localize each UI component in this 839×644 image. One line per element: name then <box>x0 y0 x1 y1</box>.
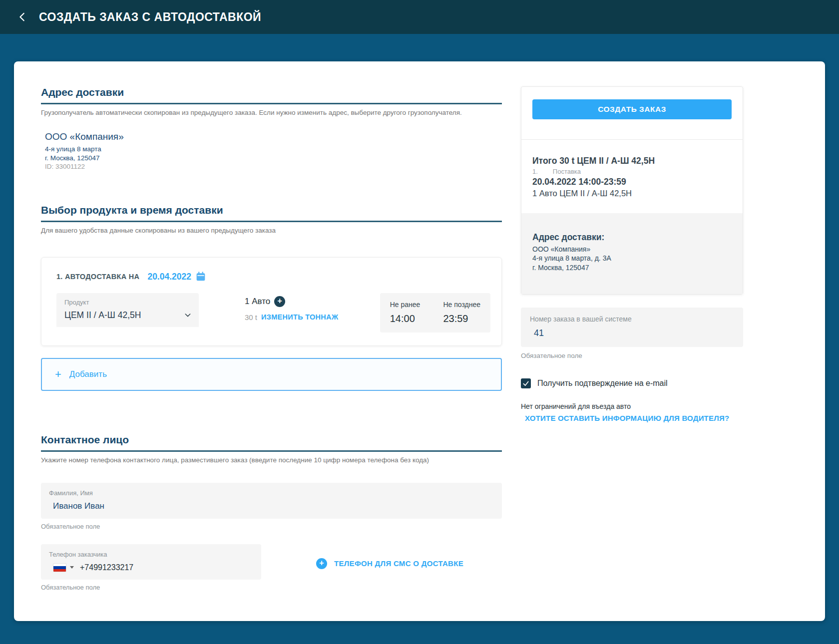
delivery-address-heading: Адрес доставки <box>41 86 502 104</box>
time-not-earlier-label: Не ранее <box>390 301 420 309</box>
product-select-value: ЦЕМ II / А-Ш 42,5Н <box>64 310 141 321</box>
ru-flag-icon[interactable] <box>53 563 66 572</box>
summary-column: СОЗДАТЬ ЗАКАЗ Итого 30 t ЦЕМ II / А-Ш 42… <box>521 86 743 591</box>
page-content: Адрес доставки Грузополучатель автоматич… <box>0 34 839 644</box>
summary-totals: Итого 30 t ЦЕМ II / А-Ш 42,5Н 1. Поставк… <box>532 140 732 198</box>
email-confirm-label: Получить подтверждение на e-mail <box>537 379 668 388</box>
add-delivery-button[interactable]: + Добавить <box>41 358 502 391</box>
chevron-left-icon <box>17 11 28 22</box>
plus-circle-blue-icon: + <box>316 558 327 569</box>
add-delivery-label: Добавить <box>69 369 107 379</box>
summary-card: СОЗДАТЬ ЗАКАЗ Итого 30 t ЦЕМ II / А-Ш 42… <box>521 86 743 295</box>
customer-phone-field[interactable]: Телефон заказчика +74991233217 <box>41 544 261 580</box>
create-order-button[interactable]: СОЗДАТЬ ЗАКАЗ <box>532 99 732 119</box>
plus-circle-dark-icon[interactable]: + <box>274 296 285 307</box>
summary-address-company: ООО «Компания» <box>532 245 732 254</box>
summary-address-heading: Адрес доставки: <box>532 232 732 243</box>
truck-block: 1 Авто + 30 t ИЗМЕНИТЬ ТОННАЖ <box>245 296 338 322</box>
contact-helper: Укажите номер телефона контактного лица,… <box>41 456 502 464</box>
summary-item-type: Поставка <box>553 168 581 175</box>
time-not-later-value: 23:59 <box>443 313 480 324</box>
chevron-down-icon <box>184 311 192 319</box>
delivery-date-button[interactable]: 20.04.2022 <box>147 272 206 282</box>
delivery-address-helper: Грузополучатель автоматически скопирован… <box>41 109 502 116</box>
consignee-name: ООО «Компания» <box>45 131 502 142</box>
delivery-date-value: 20.04.2022 <box>147 272 191 282</box>
delivery-item-label: 1. АВТОДОСТАВКА НА <box>56 273 139 281</box>
order-number-required-note: Обязательное поле <box>521 352 743 359</box>
customer-phone-label: Телефон заказчика <box>49 551 253 558</box>
product-time-heading: Выбор продукта и время доставки <box>41 204 502 222</box>
order-number-field[interactable]: Номер заказа в вашей системе 41 <box>521 308 743 347</box>
contact-name-label: Фамилия, Имя <box>49 489 494 497</box>
order-form-card: Адрес доставки Грузополучатель автоматич… <box>14 61 825 621</box>
tonnage-value: 30 t <box>245 313 257 322</box>
sms-phone-label: ТЕЛЕФОН ДЛЯ СМС О ДОСТАВКЕ <box>334 559 463 568</box>
summary-total-line: Итого 30 t ЦЕМ II / А-Ш 42,5Н <box>532 156 732 166</box>
plus-icon: + <box>55 369 61 380</box>
summary-truck-line: 1 Авто ЦЕМ II / А-Ш 42,5Н <box>532 189 732 198</box>
driver-info-link[interactable]: ХОТИТЕ ОСТАВИТЬ ИНФОРМАЦИЮ ДЛЯ ВОДИТЕЛЯ? <box>525 414 729 422</box>
product-select[interactable]: Продукт ЦЕМ II / А-Ш 42,5Н <box>56 293 199 327</box>
delivery-address-section: Адрес доставки Грузополучатель автоматич… <box>41 86 502 171</box>
order-number-value: 41 <box>530 328 734 338</box>
customer-phone-value: +74991233217 <box>80 563 133 572</box>
consignee-block: ООО «Компания» 4-я улица 8 марта г. Моск… <box>41 131 502 171</box>
order-number-label: Номер заказа в вашей системе <box>530 315 734 323</box>
consignee-id: ID: 33001122 <box>45 162 502 171</box>
contact-section: Контактное лицо Укажите номер телефона к… <box>41 434 502 591</box>
back-button[interactable] <box>14 8 31 25</box>
calendar-icon <box>196 272 206 282</box>
summary-item-number: 1. <box>532 168 538 175</box>
email-confirm-row[interactable]: Получить подтверждение на e-mail <box>521 378 743 388</box>
product-time-helper: Для вашего удобства данные скопированы и… <box>41 227 502 234</box>
form-column: Адрес доставки Грузополучатель автоматич… <box>41 86 502 591</box>
summary-address-block: Адрес доставки: ООО «Компания» 4-я улица… <box>521 213 743 294</box>
contact-heading: Контактное лицо <box>41 434 502 452</box>
time-not-earlier-field[interactable]: Не ранее 14:00 <box>390 301 420 324</box>
consignee-city: г. Москва, 125047 <box>45 154 502 163</box>
delivery-item-body: Продукт ЦЕМ II / А-Ш 42,5Н <box>56 293 490 332</box>
time-not-later-field[interactable]: Не позднее 23:59 <box>443 301 480 324</box>
change-tonnage-link[interactable]: ИЗМЕНИТЬ ТОННАЖ <box>261 313 338 321</box>
name-required-note: Обязательное поле <box>41 523 502 530</box>
email-confirm-checkbox[interactable] <box>521 378 531 388</box>
time-window-panel: Не ранее 14:00 Не позднее 23:59 <box>380 293 490 332</box>
time-not-earlier-value: 14:00 <box>390 313 420 324</box>
sms-phone-button[interactable]: + ТЕЛЕФОН ДЛЯ СМС О ДОСТАВКЕ <box>316 558 463 569</box>
product-select-label: Продукт <box>64 299 192 306</box>
phone-field-wrap: Телефон заказчика +74991233217 Обязатель… <box>41 544 261 591</box>
delivery-item-card: 1. АВТОДОСТАВКА НА 20.04.2022 <box>41 257 502 346</box>
checkbox-checked-icon <box>522 380 529 387</box>
contact-name-field[interactable]: Фамилия, Имя Иванов Иван <box>41 483 502 519</box>
consignee-street: 4-я улица 8 марта <box>45 145 502 154</box>
summary-address-city: г. Москва, 125047 <box>532 263 732 272</box>
page-title: СОЗДАТЬ ЗАКАЗ С АВТОДОСТАВКОЙ <box>39 10 261 24</box>
summary-address-street: 4-я улица 8 марта, д. 3А <box>532 254 732 263</box>
flag-caret-icon <box>70 566 74 569</box>
top-bar: СОЗДАТЬ ЗАКАЗ С АВТОДОСТАВКОЙ <box>0 0 839 34</box>
phone-row: Телефон заказчика +74991233217 Обязатель… <box>41 544 502 591</box>
contact-name-value: Иванов Иван <box>49 501 494 511</box>
page: СОЗДАТЬ ЗАКАЗ С АВТОДОСТАВКОЙ Адрес дост… <box>0 0 839 644</box>
phone-required-note: Обязательное поле <box>41 584 261 591</box>
time-not-later-label: Не позднее <box>443 301 480 309</box>
delivery-item-header: 1. АВТОДОСТАВКА НА 20.04.2022 <box>56 272 490 282</box>
no-restrictions-text: Нет ограничений для въезда авто <box>521 402 743 410</box>
summary-datetime: 20.04.2022 14:00-23:59 <box>532 177 732 187</box>
product-time-section: Выбор продукта и время доставки Для ваше… <box>41 204 502 391</box>
truck-count: 1 Авто <box>245 297 270 307</box>
